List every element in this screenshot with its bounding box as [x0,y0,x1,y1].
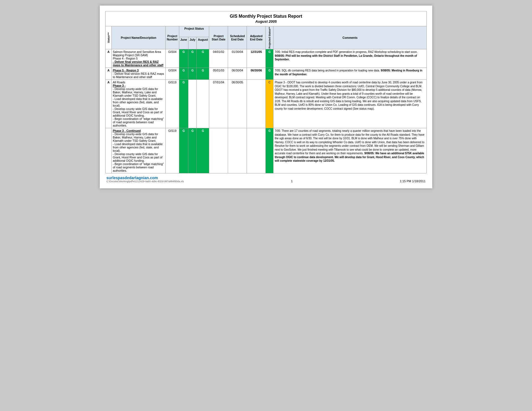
june-header: June [179,37,188,49]
row-status: A [106,68,112,80]
row-june-status: G [179,49,188,68]
row-august-status: G [197,128,209,173]
row-project-number: GIS19 [166,80,179,128]
project-status-header-row: Status*** Project Name/Description Proje… [106,26,427,37]
row-june-status: G [179,68,188,80]
row-scheduled-end: 06/30/05 [228,80,247,128]
row-comment: 7/05: Initial RES map production complet… [273,49,427,68]
row-status [106,128,112,173]
row-july-status: G [188,68,197,80]
title-row: GIS Monthly Project Status Report August… [106,11,427,26]
start-date-header: Project Start Date [209,26,228,49]
july-header: July [188,37,197,49]
page-container: GIS Monthly Project Status Report August… [100,6,432,188]
row-august-status: G [197,49,209,68]
report-table: GIS Monthly Project Status Report August… [105,11,427,173]
row-project-name: Phase 3 - Continued- Develop county-wide… [112,128,166,173]
report-title: GIS Monthly Project Status Report [107,12,425,19]
row-projected-status: G [266,68,273,80]
row-adjusted-end: 12/31/05 [247,49,266,68]
row-scheduled-end: 06/30/04 [228,68,247,80]
status-header: Status*** [106,26,112,49]
row-start-date: 05/01/03 [209,68,228,80]
row-june-status: G [179,80,188,128]
footer-bar: surlespasdedartagnian.com C:\Docstoc\Wor… [105,176,427,183]
row-projected-status: C [266,80,273,128]
row-comment: 7/05: SQL db containing RES data being a… [273,68,427,80]
row-august-status: G [197,68,209,80]
row-project-number: GIS04 [166,68,179,80]
row-project-number: GIS19 [166,128,179,173]
row-scheduled-end [228,128,247,173]
row-status: A [106,80,112,128]
row-project-name: All RoadsPhase 3 -- Develop county-wide … [112,80,166,128]
comments-header: Comments [273,26,427,49]
row-start-date [209,128,228,173]
scheduled-end-header: Scheduled End Date [228,26,247,49]
row-adjusted-end [247,128,266,173]
projected-status-header: Projected Status** [266,26,273,49]
adjusted-end-header: Adjusted End Date [247,26,266,49]
table-row: APhase 5 - Region 3- Deliver final versi… [106,68,427,80]
footer-page: 1 [291,179,293,183]
filepath-text: C:\Docstoc\Working\pdf\41212429-9ab5-4d9… [106,180,184,183]
footer-datetime: 1:15 PM 1/18/2011 [400,179,426,183]
project-status-group-header: Project Status [179,26,209,37]
row-july-status [188,80,197,128]
row-project-name: Salmon Resource and Sensitive Area Mappi… [112,49,166,68]
row-project-number: GIS04 [166,49,179,68]
row-comment: Phase 3 - ODOT has committed to develop … [273,80,427,128]
row-start-date: 07/01/04 [209,80,228,128]
row-status: A [106,49,112,68]
report-subtitle: August 2005 [107,19,425,25]
project-number-header: Project Number [166,26,179,49]
row-start-date: 04/01/02 [209,49,228,68]
table-row: Phase 3 - Continued- Develop county-wide… [106,128,427,173]
table-row: AAll RoadsPhase 3 -- Develop county-wide… [106,80,427,128]
row-projected-status: G [266,128,273,173]
page-number: 1 [291,179,293,183]
row-july-status: G [188,49,197,68]
row-adjusted-end: 06/30/06 [247,68,266,80]
row-project-name: Phase 5 - Region 3- Deliver final versio… [112,68,166,80]
brand-text: surlespasdedartagnian.com [106,176,184,180]
row-july-status: G [188,128,197,173]
row-comment: 7/05: There are 17 counties of road segm… [273,128,427,173]
table-row: ASalmon Resource and Sensitive Area Mapp… [106,49,427,68]
project-name-header: Project Name/Description [112,26,166,49]
august-header: August [197,37,209,49]
footer-brand: surlespasdedartagnian.com C:\Docstoc\Wor… [106,176,184,183]
row-projected-status: G [266,49,273,68]
row-scheduled-end: 01/30/04 [228,49,247,68]
row-adjusted-end [247,80,266,128]
row-june-status: G [179,128,188,173]
row-august-status [197,80,209,128]
